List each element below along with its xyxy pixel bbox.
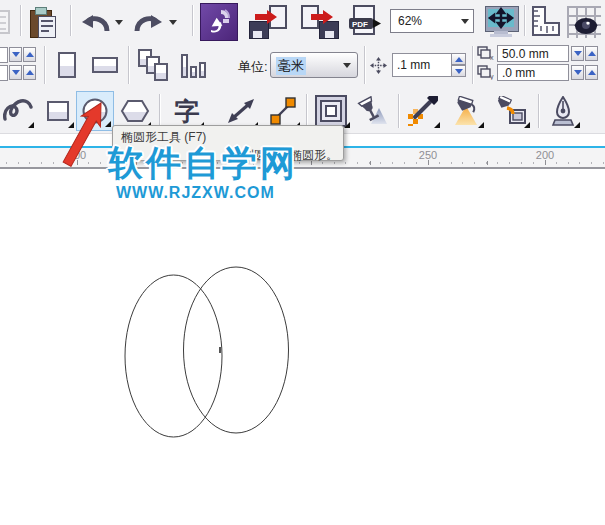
duplicate-x-down-button[interactable] xyxy=(571,46,584,61)
duplicate-x-field[interactable]: 50.0 mm xyxy=(497,45,569,62)
duplicate-x-value: 50.0 mm xyxy=(502,47,549,61)
units-value: 毫米 xyxy=(276,57,306,75)
current-page-button[interactable] xyxy=(176,45,212,85)
undo-dropdown[interactable] xyxy=(112,2,126,42)
duplicate-y-down-button[interactable] xyxy=(571,65,584,80)
transparency-tool-button[interactable] xyxy=(354,91,392,131)
watermark-title: 软件自学网 xyxy=(108,140,298,187)
ruler-minor-tick xyxy=(556,162,557,164)
zoom-dropdown-button[interactable] xyxy=(456,10,473,32)
arrow-down-icon xyxy=(574,51,582,56)
drawing-canvas[interactable] xyxy=(0,169,605,525)
arrow-up-icon xyxy=(588,70,596,75)
outline-pen-icon xyxy=(550,96,576,126)
ruler-minor-tick xyxy=(533,162,534,164)
grid-toggle-button[interactable] xyxy=(564,2,604,42)
import-button[interactable] xyxy=(246,2,292,42)
flyout-indicator xyxy=(28,122,34,128)
ruler-minor-tick xyxy=(29,162,30,164)
nudge-offset-field[interactable]: .1 mm xyxy=(392,53,452,77)
interactive-fill-tool-button[interactable] xyxy=(490,91,532,131)
chevron-down-icon xyxy=(461,19,469,24)
ruler-minor-tick xyxy=(451,162,452,164)
current-page-icon xyxy=(181,52,207,78)
contour-tool-icon xyxy=(315,95,347,127)
arrow-down-icon xyxy=(12,70,20,75)
rectangle-tool-button[interactable] xyxy=(40,91,76,131)
page-height-down-button[interactable] xyxy=(9,65,22,80)
all-pages-icon xyxy=(138,49,168,81)
rulers-toggle-button[interactable] xyxy=(528,2,562,42)
duplicate-x-up-button[interactable] xyxy=(585,46,598,61)
duplicate-y-icon: y xyxy=(477,65,495,80)
ruler-minor-tick xyxy=(65,162,66,164)
chevron-down-icon xyxy=(115,20,123,25)
export-button[interactable] xyxy=(296,2,342,42)
units-label: 单位: xyxy=(238,58,268,76)
portrait-icon xyxy=(58,52,76,78)
page-width-field[interactable] xyxy=(0,47,8,63)
undo-button[interactable] xyxy=(78,2,112,42)
ruler-minor-tick xyxy=(579,162,580,164)
portrait-button[interactable] xyxy=(50,45,84,85)
ruler-minor-tick xyxy=(439,162,440,164)
ruler-minor-tick xyxy=(53,162,54,164)
ruler-minor-tick xyxy=(509,162,510,164)
app-launcher-button[interactable] xyxy=(198,2,240,42)
corel-launcher-icon xyxy=(200,3,238,41)
flyout-indicator xyxy=(68,122,74,128)
ruler-minor-tick xyxy=(591,162,592,164)
rectangle-tool-icon xyxy=(47,101,69,121)
all-pages-button[interactable] xyxy=(134,45,172,85)
outline-pen-tool-button[interactable] xyxy=(544,91,582,131)
paste-button[interactable] xyxy=(24,2,60,42)
fill-tool-button[interactable] xyxy=(446,91,486,131)
ruler-minor-tick xyxy=(380,162,381,164)
nudge-down-button[interactable] xyxy=(451,65,466,77)
page-height-up-button[interactable] xyxy=(23,65,36,80)
page-width-down-button[interactable] xyxy=(9,47,22,62)
text-tool-icon: 字 xyxy=(175,99,200,124)
svg-text:x: x xyxy=(490,54,494,61)
ellipse-tool-button[interactable] xyxy=(76,91,114,131)
page-height-field[interactable] xyxy=(0,65,8,81)
ruler-minor-tick xyxy=(462,162,463,164)
ruler-minor-tick xyxy=(345,162,346,164)
ruler-minor-tick xyxy=(497,162,498,164)
landscape-button[interactable] xyxy=(88,45,122,85)
ellipse-node-marker[interactable] xyxy=(219,347,221,353)
flyout-indicator xyxy=(105,121,111,127)
page-width-up-button[interactable] xyxy=(23,47,36,62)
zoom-level-value: 62% xyxy=(398,14,422,28)
standard-toolbar: PDF 62% xyxy=(0,0,605,42)
arrow-down-icon xyxy=(12,52,20,57)
eyedropper-tool-button[interactable] xyxy=(402,91,442,131)
ruler-minor-tick xyxy=(521,162,522,164)
ruler-minor-tick xyxy=(41,162,42,164)
copy-button xyxy=(0,2,16,42)
units-combobox[interactable]: 毫米 xyxy=(270,52,358,78)
svg-text:PDF: PDF xyxy=(352,20,368,29)
duplicate-y-field[interactable]: .0 mm xyxy=(497,64,569,81)
zoom-level-combobox[interactable]: 62% xyxy=(390,9,474,33)
dimension-tool-icon xyxy=(226,97,256,125)
publish-pdf-button[interactable]: PDF xyxy=(344,2,386,42)
ruler-minor-tick xyxy=(18,162,19,164)
landscape-icon xyxy=(92,57,118,73)
redo-dropdown[interactable] xyxy=(166,2,180,42)
grid-eye-icon xyxy=(567,6,601,38)
ruler-minor-tick xyxy=(474,162,475,164)
nudge-up-button[interactable] xyxy=(451,53,466,65)
ruler-minor-tick xyxy=(603,162,604,164)
ruler-major-tick xyxy=(545,160,546,165)
ruler-minor-tick xyxy=(100,162,101,164)
fullscreen-preview-button[interactable] xyxy=(482,2,520,42)
ruler-minor-tick xyxy=(369,162,370,164)
ruler-minor-tick xyxy=(357,162,358,164)
ruler-minor-tick xyxy=(486,162,487,164)
freehand-tool-button[interactable] xyxy=(0,91,36,131)
duplicate-y-up-button[interactable] xyxy=(585,65,598,80)
coreldraw-window: PDF 62% xyxy=(0,0,605,525)
import-icon xyxy=(249,5,289,39)
redo-button[interactable] xyxy=(132,2,166,42)
